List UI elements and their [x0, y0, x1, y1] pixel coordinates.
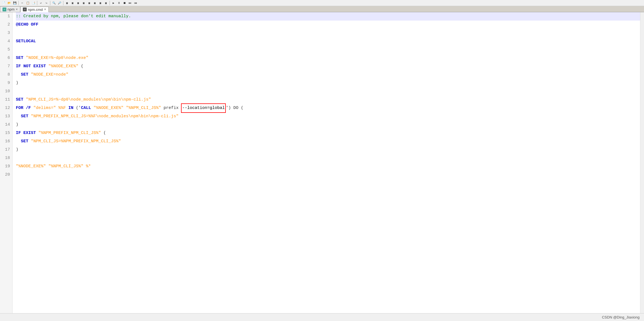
line16-val: "NPM_CLI_JS=%NPM_PREFIX_NPM_CLI_JS%" [31, 137, 121, 146]
linenum-17: 17 [0, 146, 12, 154]
line8-sp [28, 71, 31, 79]
code-line-5 [16, 46, 640, 54]
code-line-11: SET "NPM_CLI_JS=%~dp0\node_modules\npm\b… [16, 96, 640, 104]
tool7-icon[interactable]: ▣ [98, 1, 103, 6]
linenum-8: 8 [0, 71, 12, 79]
line1-content: :: Created by npm, please don't edit man… [16, 12, 131, 21]
open-icon[interactable]: 📂 [7, 1, 12, 6]
linenum-19: 19 [0, 162, 12, 171]
code-line-19: "%NODE_EXE%" "%NPM_CLI_JS%" %* [16, 162, 640, 171]
tool3-icon[interactable]: ▣ [76, 1, 81, 6]
linenum-13: 13 [0, 112, 12, 121]
tool1-icon[interactable]: ▣ [65, 1, 70, 6]
line12-for: FOR /F [16, 104, 31, 112]
line8-indent [16, 71, 21, 79]
line15-paren: ( [101, 129, 106, 137]
line4-setlocal: SETLOCAL [16, 37, 36, 46]
vertical-scrollbar[interactable] [640, 12, 644, 313]
run1-icon[interactable]: ▶ [111, 1, 116, 6]
line13-val: "NPM_PREFIX_NPM_CLI_JS=%%F\node_modules\… [31, 112, 179, 121]
tool4-icon[interactable]: ▣ [81, 1, 86, 6]
tool5-icon[interactable]: ▣ [87, 1, 92, 6]
status-bar: CSDN @Ding_Jiaxiong [0, 313, 644, 321]
run5-icon[interactable]: ⏮ [133, 1, 138, 6]
linenum-14: 14 [0, 121, 12, 129]
line15-if: IF EXIST [16, 129, 36, 137]
tab-npm[interactable]: n npm ✕ [0, 6, 20, 12]
copy-icon[interactable]: 📋 [25, 1, 30, 6]
tab-cmd-close[interactable]: ✕ [44, 8, 46, 11]
linenum-11: 11 [0, 96, 12, 104]
linenum-7: 7 [0, 62, 12, 71]
line2-off: OFF [31, 21, 38, 29]
line14-paren: ) [16, 121, 18, 129]
toolbar-icons: 📄 📂 💾 ✂ 📋 📑 ↩ ↪ 🔍 🔎 ▣ ▣ ▣ ▣ ▣ ▣ ▣ ▣ ▶ ⏸ … [1, 0, 138, 6]
line13-set: SET [21, 112, 28, 121]
find-icon[interactable]: 🔍 [51, 1, 56, 6]
run2-icon[interactable]: ⏸ [117, 1, 122, 6]
line19-sp1 [46, 162, 48, 171]
line6-sp [23, 54, 26, 62]
cut-icon[interactable]: ✂ [20, 1, 25, 6]
linenum-12: 12 [0, 104, 12, 112]
line19-sp2 [83, 162, 86, 171]
line12-sp3 [66, 104, 68, 112]
line19-args: %* [86, 162, 91, 171]
line12-node: "%NODE_EXE%" [93, 104, 123, 112]
editor: 1 2 3 4 5 6 7 8 9 10 11 12 13 14 15 16 1… [0, 12, 644, 313]
linenum-18: 18 [0, 154, 12, 162]
code-line-10 [16, 87, 640, 96]
status-text: CSDN @Ding_Jiaxiong [602, 315, 640, 319]
code-line-13: SET "NPM_PREFIX_NPM_CLI_JS=%%F\node_modu… [16, 112, 640, 121]
replace-icon[interactable]: 🔎 [57, 1, 62, 6]
paste-icon[interactable]: 📑 [31, 1, 36, 6]
redo-icon[interactable]: ↪ [44, 1, 49, 6]
linenum-10: 10 [0, 87, 12, 96]
line7-var: "%NODE_EXE%" [48, 62, 78, 71]
undo-icon[interactable]: ↩ [38, 1, 43, 6]
line12-sp1 [31, 104, 33, 112]
line8-set: SET [21, 71, 28, 79]
code-line-12: FOR /F "delims=" %%F IN ('CALL "%NODE_EX… [16, 104, 640, 112]
code-line-1: :: Created by npm, please don't edit man… [16, 12, 640, 21]
code-line-3 [16, 29, 640, 37]
tool2-icon[interactable]: ▣ [70, 1, 75, 6]
sep3 [50, 1, 50, 5]
tab-cmd-icon: n [23, 8, 27, 11]
linenum-16: 16 [0, 137, 12, 146]
line12-location: --location=global [181, 103, 226, 113]
tool6-icon[interactable]: ▣ [92, 1, 97, 6]
code-line-9: ) [16, 79, 640, 87]
tab-npm-label: npm [8, 7, 14, 11]
line11-val: "NPM_CLI_JS=%~dp0\node_modules\npm\bin\n… [26, 96, 151, 104]
line12-sp5 [123, 104, 126, 112]
linenum-20: 20 [0, 171, 12, 179]
run3-icon[interactable]: ⏹ [122, 1, 127, 6]
tool8-icon[interactable]: ▣ [103, 1, 108, 6]
line2-sp [28, 21, 31, 29]
run4-icon[interactable]: ⏭ [128, 1, 133, 6]
sep5 [110, 1, 110, 5]
tab-npm-cmd[interactable]: n npm.cmd ✕ [20, 7, 48, 12]
line16-indent [16, 137, 21, 146]
code-line-16: SET "NPM_CLI_JS=%NPM_PREFIX_NPM_CLI_JS%" [16, 137, 640, 146]
line12-percent: %%F [58, 104, 66, 112]
new-file-icon[interactable]: 📄 [1, 1, 6, 6]
code-area[interactable]: :: Created by npm, please don't edit man… [13, 12, 640, 313]
line11-set: SET [16, 96, 23, 104]
tab-npm-close[interactable]: ✕ [16, 8, 18, 11]
line7-sp [46, 62, 48, 71]
linenum-1: 1 [0, 12, 12, 21]
line11-sp [23, 96, 26, 104]
code-line-2: @ECHO OFF [16, 21, 640, 29]
save-icon[interactable]: 💾 [12, 1, 17, 6]
tab-bar: n npm ✕ n npm.cmd ✕ [0, 6, 644, 12]
line6-val: "NODE_EXE=%~dp0\node.exe" [26, 54, 88, 62]
sep2 [37, 1, 37, 5]
line19-node: "%NODE_EXE%" [16, 162, 46, 171]
line7-if: IF NOT EXIST [16, 62, 46, 71]
code-line-7: IF NOT EXIST "%NODE_EXE%" ( [16, 62, 640, 71]
code-line-14: ) [16, 121, 640, 129]
code-line-18 [16, 154, 640, 162]
line7-paren: ( [78, 62, 83, 71]
